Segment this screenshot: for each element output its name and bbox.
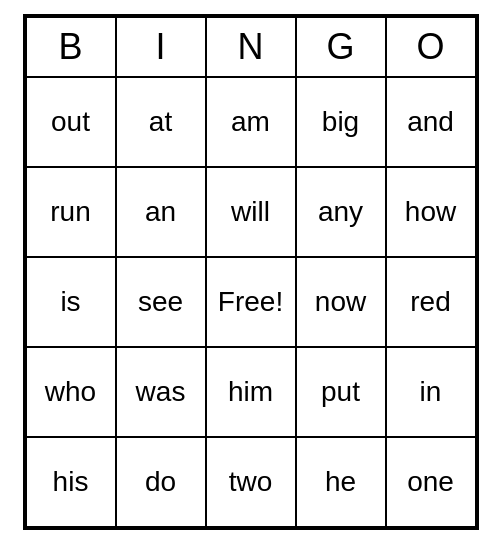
- table-row: isseeFree!nowred: [26, 257, 476, 347]
- bingo-table: B I N G O outatambigandrunanwillanyhowis…: [25, 16, 477, 528]
- cell-3-2: him: [206, 347, 296, 437]
- cell-3-0: who: [26, 347, 116, 437]
- cell-4-0: his: [26, 437, 116, 527]
- col-o: O: [386, 17, 476, 77]
- cell-4-3: he: [296, 437, 386, 527]
- cell-1-4: how: [386, 167, 476, 257]
- col-n: N: [206, 17, 296, 77]
- cell-4-2: two: [206, 437, 296, 527]
- cell-0-3: big: [296, 77, 386, 167]
- cell-2-2: Free!: [206, 257, 296, 347]
- cell-2-1: see: [116, 257, 206, 347]
- cell-1-2: will: [206, 167, 296, 257]
- bingo-card: B I N G O outatambigandrunanwillanyhowis…: [23, 14, 479, 530]
- cell-0-1: at: [116, 77, 206, 167]
- cell-4-4: one: [386, 437, 476, 527]
- cell-1-3: any: [296, 167, 386, 257]
- col-b: B: [26, 17, 116, 77]
- table-row: outatambigand: [26, 77, 476, 167]
- cell-4-1: do: [116, 437, 206, 527]
- table-row: whowashimputin: [26, 347, 476, 437]
- col-i: I: [116, 17, 206, 77]
- col-g: G: [296, 17, 386, 77]
- cell-1-1: an: [116, 167, 206, 257]
- cell-2-3: now: [296, 257, 386, 347]
- table-row: runanwillanyhow: [26, 167, 476, 257]
- table-row: hisdotwoheone: [26, 437, 476, 527]
- cell-2-4: red: [386, 257, 476, 347]
- header-row: B I N G O: [26, 17, 476, 77]
- cell-2-0: is: [26, 257, 116, 347]
- cell-0-4: and: [386, 77, 476, 167]
- bingo-body: outatambigandrunanwillanyhowisseeFree!no…: [26, 77, 476, 527]
- cell-1-0: run: [26, 167, 116, 257]
- cell-0-2: am: [206, 77, 296, 167]
- cell-0-0: out: [26, 77, 116, 167]
- cell-3-3: put: [296, 347, 386, 437]
- cell-3-4: in: [386, 347, 476, 437]
- cell-3-1: was: [116, 347, 206, 437]
